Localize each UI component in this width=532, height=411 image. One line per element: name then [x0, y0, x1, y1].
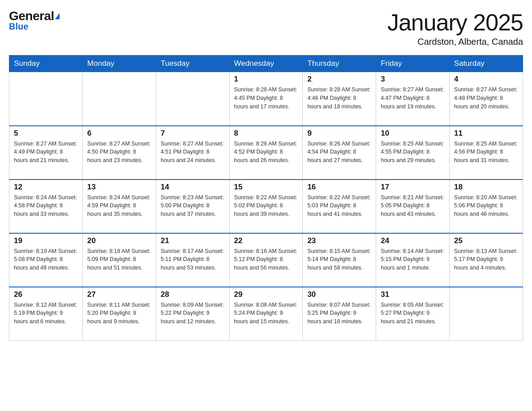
calendar-row: 5Sunrise: 8:27 AM Sunset: 4:49 PM Daylig… — [9, 126, 523, 180]
day-info: Sunrise: 8:14 AM Sunset: 5:15 PM Dayligh… — [381, 247, 445, 272]
weekday-header-saturday: Saturday — [450, 56, 523, 72]
day-info: Sunrise: 8:19 AM Sunset: 5:08 PM Dayligh… — [14, 247, 78, 272]
calendar-cell: 8Sunrise: 8:26 AM Sunset: 4:52 PM Daylig… — [229, 126, 303, 180]
day-number: 8 — [234, 129, 298, 138]
day-number: 14 — [161, 183, 225, 192]
day-number: 24 — [381, 236, 445, 245]
weekday-header-tuesday: Tuesday — [156, 56, 229, 72]
day-info: Sunrise: 8:26 AM Sunset: 4:54 PM Dayligh… — [307, 140, 371, 165]
day-info: Sunrise: 8:05 AM Sunset: 5:27 PM Dayligh… — [381, 301, 445, 326]
calendar-cell: 17Sunrise: 8:21 AM Sunset: 5:05 PM Dayli… — [376, 180, 450, 233]
location-text: Cardston, Alberta, Canada — [387, 37, 523, 47]
day-info: Sunrise: 8:28 AM Sunset: 4:45 PM Dayligh… — [234, 86, 298, 111]
day-number: 5 — [14, 129, 78, 138]
weekday-header-wednesday: Wednesday — [229, 56, 303, 72]
day-info: Sunrise: 8:27 AM Sunset: 4:51 PM Dayligh… — [161, 140, 225, 165]
day-number: 11 — [454, 129, 518, 138]
day-info: Sunrise: 8:22 AM Sunset: 5:02 PM Dayligh… — [234, 193, 298, 218]
calendar-cell: 27Sunrise: 8:11 AM Sunset: 5:20 PM Dayli… — [82, 287, 156, 341]
calendar-cell: 4Sunrise: 8:27 AM Sunset: 4:48 PM Daylig… — [450, 72, 523, 126]
day-number: 31 — [381, 290, 445, 299]
day-number: 23 — [307, 236, 371, 245]
day-info: Sunrise: 8:23 AM Sunset: 5:00 PM Dayligh… — [161, 193, 225, 218]
page-header: General Blue January 2025 Cardston, Albe… — [9, 9, 523, 47]
day-info: Sunrise: 8:28 AM Sunset: 4:46 PM Dayligh… — [307, 86, 371, 111]
calendar-cell: 30Sunrise: 8:07 AM Sunset: 5:25 PM Dayli… — [303, 287, 376, 341]
day-info: Sunrise: 8:22 AM Sunset: 5:03 PM Dayligh… — [307, 193, 371, 218]
calendar-cell: 25Sunrise: 8:13 AM Sunset: 5:17 PM Dayli… — [450, 233, 523, 287]
calendar-row: 1Sunrise: 8:28 AM Sunset: 4:45 PM Daylig… — [9, 72, 523, 126]
calendar-row: 19Sunrise: 8:19 AM Sunset: 5:08 PM Dayli… — [9, 233, 523, 287]
day-info: Sunrise: 8:17 AM Sunset: 5:11 PM Dayligh… — [161, 247, 225, 272]
day-info: Sunrise: 8:25 AM Sunset: 4:56 PM Dayligh… — [454, 140, 518, 165]
day-number: 3 — [381, 75, 445, 84]
logo-blue-text: Blue — [9, 21, 28, 32]
day-number: 30 — [307, 290, 371, 299]
calendar-cell: 16Sunrise: 8:22 AM Sunset: 5:03 PM Dayli… — [303, 180, 376, 233]
day-info: Sunrise: 8:21 AM Sunset: 5:05 PM Dayligh… — [381, 193, 445, 218]
calendar-cell: 21Sunrise: 8:17 AM Sunset: 5:11 PM Dayli… — [156, 233, 229, 287]
day-info: Sunrise: 8:20 AM Sunset: 5:06 PM Dayligh… — [454, 193, 518, 218]
day-info: Sunrise: 8:27 AM Sunset: 4:49 PM Dayligh… — [14, 140, 78, 165]
calendar-cell: 9Sunrise: 8:26 AM Sunset: 4:54 PM Daylig… — [303, 126, 376, 180]
day-info: Sunrise: 8:13 AM Sunset: 5:17 PM Dayligh… — [454, 247, 518, 272]
title-block: January 2025 Cardston, Alberta, Canada — [387, 9, 523, 47]
calendar-cell: 12Sunrise: 8:24 AM Sunset: 4:58 PM Dayli… — [9, 180, 83, 233]
calendar-row: 12Sunrise: 8:24 AM Sunset: 4:58 PM Dayli… — [9, 180, 523, 233]
logo-triangle-icon — [55, 13, 60, 19]
day-info: Sunrise: 8:24 AM Sunset: 4:58 PM Dayligh… — [14, 193, 78, 218]
calendar-cell: 2Sunrise: 8:28 AM Sunset: 4:46 PM Daylig… — [303, 72, 376, 126]
day-info: Sunrise: 8:24 AM Sunset: 4:59 PM Dayligh… — [87, 193, 151, 218]
calendar-cell: 11Sunrise: 8:25 AM Sunset: 4:56 PM Dayli… — [450, 126, 523, 180]
day-number: 10 — [381, 129, 445, 138]
calendar-cell: 26Sunrise: 8:12 AM Sunset: 5:19 PM Dayli… — [9, 287, 83, 341]
calendar-cell: 7Sunrise: 8:27 AM Sunset: 4:51 PM Daylig… — [156, 126, 229, 180]
day-info: Sunrise: 8:27 AM Sunset: 4:47 PM Dayligh… — [381, 86, 445, 111]
day-number: 25 — [454, 236, 518, 245]
calendar-cell — [450, 287, 523, 341]
calendar-cell: 5Sunrise: 8:27 AM Sunset: 4:49 PM Daylig… — [9, 126, 83, 180]
weekday-header-monday: Monday — [82, 56, 156, 72]
day-info: Sunrise: 8:07 AM Sunset: 5:25 PM Dayligh… — [307, 301, 371, 326]
day-number: 22 — [234, 236, 298, 245]
calendar-table: SundayMondayTuesdayWednesdayThursdayFrid… — [9, 55, 523, 341]
day-number: 29 — [234, 290, 298, 299]
day-number: 16 — [307, 183, 371, 192]
day-number: 13 — [87, 183, 151, 192]
day-info: Sunrise: 8:11 AM Sunset: 5:20 PM Dayligh… — [87, 301, 151, 326]
day-info: Sunrise: 8:08 AM Sunset: 5:24 PM Dayligh… — [234, 301, 298, 326]
day-number: 21 — [161, 236, 225, 245]
calendar-cell: 22Sunrise: 8:16 AM Sunset: 5:12 PM Dayli… — [229, 233, 303, 287]
calendar-cell: 14Sunrise: 8:23 AM Sunset: 5:00 PM Dayli… — [156, 180, 229, 233]
calendar-cell: 3Sunrise: 8:27 AM Sunset: 4:47 PM Daylig… — [376, 72, 450, 126]
calendar-cell: 18Sunrise: 8:20 AM Sunset: 5:06 PM Dayli… — [450, 180, 523, 233]
weekday-header-friday: Friday — [376, 56, 450, 72]
day-number: 7 — [161, 129, 225, 138]
weekday-header-thursday: Thursday — [303, 56, 376, 72]
calendar-header-row: SundayMondayTuesdayWednesdayThursdayFrid… — [9, 56, 523, 72]
day-number: 17 — [381, 183, 445, 192]
day-number: 27 — [87, 290, 151, 299]
calendar-cell — [156, 72, 229, 126]
calendar-row: 26Sunrise: 8:12 AM Sunset: 5:19 PM Dayli… — [9, 287, 523, 341]
weekday-header-sunday: Sunday — [9, 56, 83, 72]
day-number: 20 — [87, 236, 151, 245]
day-number: 9 — [307, 129, 371, 138]
day-number: 6 — [87, 129, 151, 138]
day-info: Sunrise: 8:18 AM Sunset: 5:09 PM Dayligh… — [87, 247, 151, 272]
logo: General Blue — [9, 9, 60, 32]
calendar-cell: 20Sunrise: 8:18 AM Sunset: 5:09 PM Dayli… — [82, 233, 156, 287]
calendar-cell — [82, 72, 156, 126]
calendar-cell: 23Sunrise: 8:15 AM Sunset: 5:14 PM Dayli… — [303, 233, 376, 287]
day-number: 18 — [454, 183, 518, 192]
calendar-cell: 15Sunrise: 8:22 AM Sunset: 5:02 PM Dayli… — [229, 180, 303, 233]
day-info: Sunrise: 8:09 AM Sunset: 5:22 PM Dayligh… — [161, 301, 225, 326]
day-number: 15 — [234, 183, 298, 192]
day-info: Sunrise: 8:16 AM Sunset: 5:12 PM Dayligh… — [234, 247, 298, 272]
calendar-cell: 29Sunrise: 8:08 AM Sunset: 5:24 PM Dayli… — [229, 287, 303, 341]
day-info: Sunrise: 8:15 AM Sunset: 5:14 PM Dayligh… — [307, 247, 371, 272]
calendar-cell: 24Sunrise: 8:14 AM Sunset: 5:15 PM Dayli… — [376, 233, 450, 287]
day-info: Sunrise: 8:27 AM Sunset: 4:48 PM Dayligh… — [454, 86, 518, 111]
month-title: January 2025 — [387, 9, 523, 36]
calendar-cell: 31Sunrise: 8:05 AM Sunset: 5:27 PM Dayli… — [376, 287, 450, 341]
